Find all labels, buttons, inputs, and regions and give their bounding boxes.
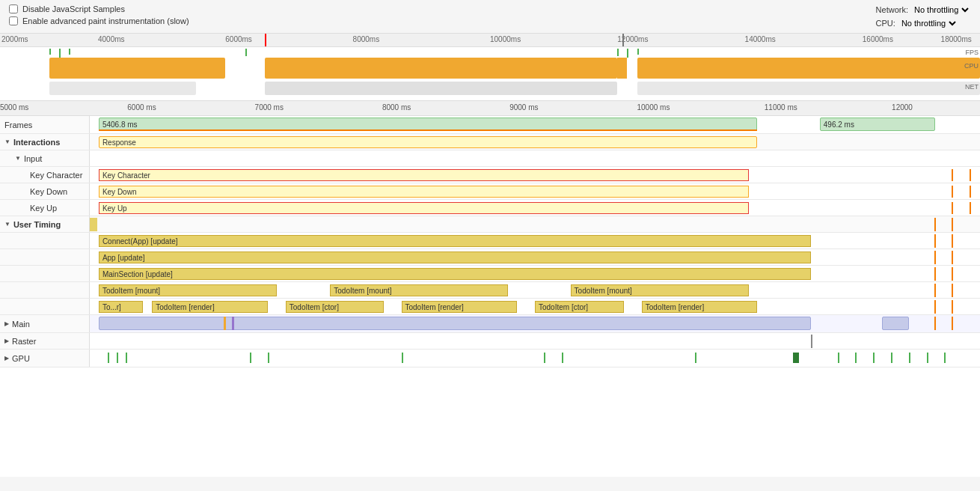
todoitem-render-bar-1[interactable]: TodoItem [render] [152,301,268,313]
key-down-label-text: Key Down [30,187,67,196]
main-section-label[interactable]: ▶ Main [0,315,90,332]
todoitem-ctor-bar-2-label: TodoItem [ctor] [539,303,588,311]
timeline-main[interactable]: 5000 ms 6000 ms 7000 ms 8000 ms 9000 ms … [0,101,980,477]
fps-tick-3 [69,49,70,55]
frames-label-text: Frames [4,121,32,129]
gpu-label[interactable]: ▶ GPU [0,350,90,367]
cpu-bar-3 [617,58,627,79]
ruler-tick-14000: 14000ms [745,35,776,43]
key-up-orange-1 [952,202,953,214]
gpu-tick-11 [855,353,857,363]
ruler-tick-18000: 18000ms [941,35,972,43]
key-char-content: Key Character [90,167,980,183]
key-down-bar[interactable]: Key Down [99,186,749,198]
tick-7000: 7000 ms [255,103,284,112]
cpu-bar-4 [637,58,981,79]
connect-orange-1 [934,234,936,248]
toolbar: Disable JavaScript Samples Enable advanc… [0,0,980,34]
todoitem-ctor-bar-1[interactable]: TodoItem [ctor] [286,301,384,313]
key-char-bar[interactable]: Key Character [99,169,749,181]
network-label: Network: [876,5,908,14]
toolbar-left: Disable JavaScript Samples Enable advanc… [9,4,189,28]
key-char-orange-1 [952,169,953,181]
mainsection-orange-1 [934,267,936,281]
gpu-tick-15 [927,353,928,363]
frames-label: Frames [0,116,90,133]
todoitem-ctor-bar-2[interactable]: TodoItem [ctor] [535,301,624,313]
disable-js-samples-checkbox[interactable] [9,4,18,13]
mainsection-content: MainSection [update] [90,266,980,281]
cpu-bar-1 [49,58,226,79]
to-r-bar[interactable]: To...r] [99,301,144,313]
net-label: NET [965,83,979,91]
response-label: Response [102,138,136,147]
gpu-tick-5 [268,353,269,363]
todoitem-render-bar-2[interactable]: TodoItem [render] [402,301,518,313]
cpu-label: CPU: [876,19,895,28]
todoitem-render-label [0,299,90,314]
key-down-content: Key Down [90,183,980,199]
ruler-marker-1 [265,34,266,46]
interactions-label[interactable]: ▼ Interactions [0,134,90,150]
input-label[interactable]: ▼ Input [0,150,90,166]
ut-header-orange-1 [934,218,936,231]
connect-app-bar[interactable]: Connect(App) [update] [99,235,811,247]
input-row: ▼ Input [0,150,980,167]
user-timing-header-content [90,216,980,232]
todoitem-mount-label [0,282,90,298]
main-bar[interactable] [99,317,811,330]
app-orange-2 [952,251,953,264]
key-char-label: Key Character [0,167,90,183]
render-row-orange-1 [934,300,936,314]
todoitem-mount-bar-1[interactable]: TodoItem [mount] [99,284,277,296]
gpu-label-text: GPU [12,354,30,363]
fps-tick-5 [617,49,619,56]
overview-bars: FPS CPU NET [0,47,980,101]
mainsection-bar[interactable]: MainSection [update] [99,268,811,280]
todoitem-mount-bar-3[interactable]: TodoItem [mount] [571,284,749,296]
app-update-label [0,249,90,265]
frame-bar-2[interactable]: 496.2 ms [820,118,936,131]
gpu-tick-8 [562,353,563,363]
cpu-row: CPU: No throttling [876,18,971,28]
todoitem-mount-orange-2 [952,284,953,297]
key-up-orange-2 [970,202,971,214]
key-up-row: Key Up Key Up [0,200,980,216]
render-row-orange-2 [952,300,953,314]
app-update-bar[interactable]: App [update] [99,251,811,263]
key-char-orange-2 [970,169,971,181]
frame-bar-1[interactable]: 5406.8 ms [99,118,758,131]
raster-tick [811,335,812,348]
user-timing-triangle: ▼ [4,221,10,228]
frames-content: 5406.8 ms 496.2 ms [90,116,980,133]
main-right-block [882,317,909,330]
main-orange-2 [952,317,953,330]
gpu-tick-1 [108,353,109,363]
todoitem-render-bar-3[interactable]: TodoItem [render] [642,301,758,313]
key-up-bar[interactable]: Key Up [99,202,749,214]
tick-5000: 5000 ms [0,103,28,112]
gpu-tick-14 [909,353,910,363]
todoitem-render-bar-1-label: TodoItem [render] [156,303,214,311]
mainsection-label [0,266,90,281]
frame-bar-2-label: 496.2 ms [824,121,854,129]
user-timing-label[interactable]: ▼ User Timing [0,216,90,232]
fps-tick-4 [245,49,247,56]
response-bar[interactable]: Response [99,136,758,148]
todoitem-mount-content: TodoItem [mount] TodoItem [mount] TodoIt… [90,282,980,298]
ruler-tick-6000: 6000ms [225,35,252,43]
enable-paint-checkbox[interactable] [9,16,18,25]
key-up-label-text: Key Up [30,204,57,213]
input-label-text: Input [24,154,42,163]
cpu-select[interactable]: No throttling [898,18,958,28]
key-char-label-text: Key Character [30,171,82,180]
todoitem-render-bar-3-label: TodoItem [render] [646,303,704,311]
ruler-tick-4000: 4000ms [98,35,125,43]
todoitem-mount-bar-2[interactable]: TodoItem [mount] [330,284,508,296]
tick-6000: 6000 ms [127,103,156,112]
key-down-row: Key Down Key Down [0,183,980,200]
raster-label[interactable]: ▶ Raster [0,333,90,349]
network-select[interactable]: No throttling [911,4,971,15]
gpu-content [90,350,980,367]
ruler-tick-8000: 8000ms [353,35,380,43]
